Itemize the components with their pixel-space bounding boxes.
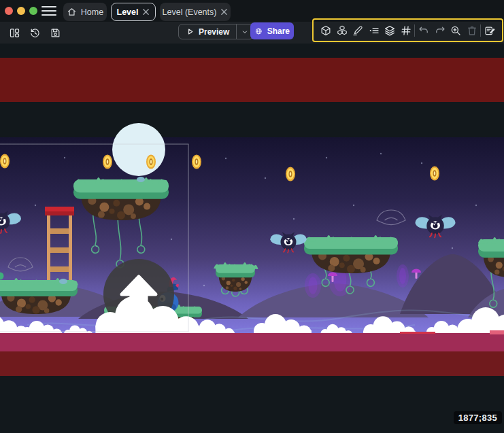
- save-button[interactable]: [48, 26, 63, 40]
- globe-icon: [254, 27, 263, 36]
- tab-level[interactable]: Level: [111, 3, 156, 21]
- divider: [480, 24, 481, 37]
- maximize-window-button[interactable]: [29, 7, 37, 15]
- close-tab-icon[interactable]: [142, 8, 150, 16]
- draw-icon: [352, 24, 364, 37]
- grid-icon: [400, 24, 412, 37]
- minimize-window-button[interactable]: [17, 7, 25, 15]
- objects-icon: [336, 24, 348, 37]
- objects-3d-icon: [320, 24, 332, 37]
- stone: [137, 177, 145, 182]
- objects-3d-button[interactable]: [318, 23, 333, 38]
- grid-button[interactable]: [399, 23, 414, 38]
- background-wall-top: [0, 58, 504, 102]
- draw-button[interactable]: [350, 23, 365, 38]
- ground-band: [0, 333, 504, 351]
- window-controls: [5, 7, 37, 15]
- stone: [59, 279, 67, 284]
- edit-scene-button[interactable]: [482, 23, 497, 38]
- tab-label: Level: [117, 7, 139, 17]
- tab-label: Home: [81, 7, 103, 17]
- home-icon: [67, 7, 77, 17]
- zoom-in-icon: [450, 24, 462, 37]
- preview-label: Preview: [199, 27, 229, 37]
- tab-home[interactable]: Home: [63, 3, 107, 21]
- objects-button[interactable]: [335, 23, 350, 38]
- undo-button[interactable]: [416, 23, 431, 38]
- glow-plant: [305, 273, 321, 298]
- coin[interactable]: [103, 155, 112, 169]
- coin[interactable]: [0, 154, 10, 169]
- undo-icon: [418, 24, 430, 37]
- share-label: Share: [267, 27, 290, 36]
- ground-accent: [490, 330, 504, 334]
- coin[interactable]: [286, 167, 295, 181]
- edit-scene-icon: [484, 24, 496, 37]
- coin[interactable]: [430, 167, 439, 181]
- gdevelop-window: Home Level Level (Events): [0, 0, 504, 433]
- main-menu-button[interactable]: [41, 5, 56, 16]
- layers-button[interactable]: [382, 23, 397, 38]
- scene-editor-canvas[interactable]: 1877;835: [0, 44, 504, 433]
- moon[interactable]: [112, 123, 165, 176]
- preview-button-group: Preview: [178, 24, 254, 39]
- chevron-down-icon: [241, 28, 249, 36]
- tab-level-events[interactable]: Level (Events): [160, 3, 231, 21]
- preview-button[interactable]: Preview: [179, 24, 236, 39]
- play-icon: [186, 27, 195, 36]
- close-window-button[interactable]: [5, 7, 13, 15]
- delete-icon: [466, 24, 478, 37]
- delete-button[interactable]: [465, 23, 480, 38]
- cursor-coordinates-badge: 1877;835: [454, 411, 502, 424]
- ground-band-lower: [0, 351, 504, 376]
- share-button[interactable]: Share: [250, 22, 294, 39]
- history-icon: [29, 27, 41, 39]
- zoom-in-button[interactable]: [448, 23, 463, 38]
- close-tab-icon[interactable]: [220, 8, 228, 16]
- redo-icon: [434, 24, 446, 37]
- divider: [414, 24, 415, 37]
- coin[interactable]: [192, 155, 201, 169]
- history-button[interactable]: [28, 26, 42, 40]
- project-manager-button[interactable]: [7, 26, 22, 40]
- instances-list-button[interactable]: [367, 23, 382, 38]
- save-icon: [50, 27, 61, 39]
- layers-icon: [384, 24, 396, 37]
- toolbar-left-group: [7, 22, 63, 44]
- project-manager-icon: [9, 27, 20, 39]
- coin[interactable]: [146, 155, 156, 169]
- redo-button[interactable]: [433, 23, 448, 38]
- glow-plant: [397, 264, 409, 288]
- hamburger-icon: [41, 5, 56, 16]
- scene-tools-highlight-box: [312, 18, 503, 42]
- ground-accent: [400, 332, 435, 334]
- game-scene[interactable]: [0, 44, 504, 433]
- tab-label: Level (Events): [163, 7, 217, 17]
- instances-list-icon: [368, 24, 380, 37]
